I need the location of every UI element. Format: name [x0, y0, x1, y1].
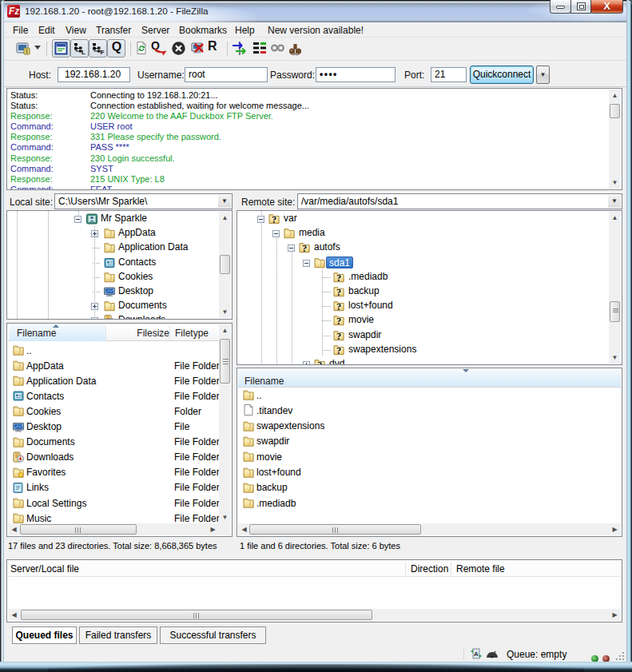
svg-text:L: L — [81, 49, 85, 55]
svg-text:F: F — [101, 49, 105, 55]
svg-text:A: A — [474, 650, 479, 658]
